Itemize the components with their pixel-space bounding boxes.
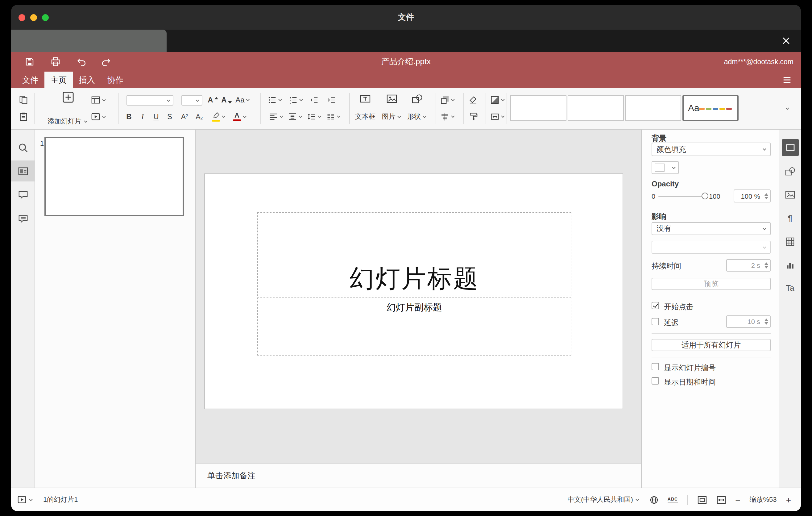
zoom-in-button[interactable]: + — [786, 495, 791, 504]
theme-thumbnail-selected[interactable]: Aa — [683, 95, 738, 121]
spellcheck-icon[interactable]: ABC — [668, 497, 678, 503]
fit-slide-icon[interactable] — [697, 495, 707, 505]
theme-thumbnail[interactable] — [510, 95, 567, 121]
bullets-button[interactable] — [268, 96, 283, 104]
show-date-time-checkbox[interactable] — [651, 377, 659, 384]
arrange-shape-button[interactable] — [440, 96, 455, 104]
decrease-font-size-button[interactable]: A — [221, 96, 231, 104]
fit-width-icon[interactable] — [716, 495, 726, 505]
undo-icon[interactable] — [74, 54, 89, 69]
highlight-color-button[interactable] — [212, 112, 226, 122]
paragraph-settings-icon[interactable]: ¶ — [781, 209, 799, 227]
slide-thumbnail[interactable] — [45, 137, 184, 216]
align-shape-button[interactable] — [440, 112, 455, 121]
mac-minimize-button[interactable] — [30, 14, 37, 21]
textbox-icon[interactable] — [360, 94, 371, 104]
start-on-click-label: 开始点击 — [664, 302, 694, 312]
zoom-out-button[interactable]: − — [735, 495, 740, 504]
horizontal-align-button[interactable] — [269, 112, 284, 121]
apply-to-all-slides-button[interactable]: 适用于所有幻灯片 — [651, 339, 771, 351]
chevron-down-icon — [762, 147, 767, 152]
copy-icon[interactable] — [19, 95, 28, 105]
theme-thumbnail[interactable] — [568, 95, 624, 121]
subscript-button[interactable]: A₂ — [196, 113, 203, 120]
language-button[interactable]: 中文(中华人民共和国) — [567, 495, 640, 504]
zoom-label[interactable]: 缩放%53 — [750, 495, 777, 504]
copy-style-button[interactable] — [469, 112, 477, 121]
editor-canvas[interactable]: 幻灯片标题 幻灯片副标题 单击添加备注 — [196, 130, 641, 488]
redo-icon[interactable] — [97, 54, 114, 69]
theme-thumbnail[interactable] — [625, 95, 681, 121]
close-icon[interactable] — [780, 34, 792, 47]
tab-file[interactable]: 文件 — [16, 71, 45, 88]
spinner-arrows[interactable] — [764, 190, 768, 202]
start-on-click-checkbox[interactable] — [651, 302, 659, 309]
document-language-icon[interactable] — [650, 495, 658, 504]
slide-subtitle-placeholder[interactable]: 幻灯片副标题 — [257, 297, 571, 355]
superscript-button[interactable]: A² — [181, 113, 188, 120]
line-spacing-button[interactable] — [307, 112, 322, 121]
font-size-combobox[interactable] — [181, 95, 202, 106]
tab-insert[interactable]: 插入 — [73, 71, 101, 88]
shape-icon[interactable] — [411, 94, 423, 104]
slide-size-button[interactable] — [491, 112, 505, 121]
feedback-icon[interactable] — [11, 208, 35, 229]
delay-checkbox[interactable] — [651, 318, 659, 325]
tab-home[interactable]: 主页 — [45, 71, 73, 88]
numbering-button[interactable] — [289, 96, 303, 104]
chevron-down-icon — [102, 97, 107, 103]
underline-button[interactable]: U — [153, 113, 158, 120]
change-case-button[interactable]: Aa — [235, 96, 251, 104]
insert-shape-button[interactable]: 形状 — [407, 112, 427, 121]
decrease-indent-button[interactable] — [310, 96, 318, 104]
insert-columns-button[interactable] — [326, 112, 341, 121]
color-scheme-button[interactable] — [491, 96, 505, 104]
insert-image-button[interactable]: 图片 — [382, 112, 402, 121]
start-slideshow-button[interactable] — [91, 112, 107, 121]
background-fill-select[interactable]: 颜色填充 — [651, 143, 771, 156]
chart-settings-icon[interactable] — [781, 256, 799, 274]
mac-zoom-button[interactable] — [42, 14, 49, 21]
print-icon[interactable] — [48, 54, 63, 69]
shape-settings-icon[interactable] — [781, 162, 799, 180]
effect-select[interactable]: 没有 — [651, 222, 771, 235]
bold-button[interactable]: B — [126, 113, 132, 120]
slide-settings-icon[interactable] — [781, 139, 799, 156]
start-slideshow-status-button[interactable] — [17, 495, 33, 504]
clear-style-button[interactable] — [469, 96, 477, 104]
vertical-align-button[interactable] — [288, 112, 303, 121]
opacity-slider[interactable] — [658, 196, 703, 197]
table-settings-icon[interactable] — [781, 233, 799, 250]
search-icon[interactable] — [11, 137, 35, 158]
font-name-combobox[interactable] — [126, 95, 173, 106]
strikeout-button[interactable]: S — [167, 113, 172, 120]
tab-collaboration[interactable]: 协作 — [101, 71, 129, 88]
increase-font-size-button[interactable]: A — [208, 96, 218, 104]
background-color-picker[interactable] — [651, 161, 679, 174]
add-slide-button[interactable]: 添加幻灯片 — [38, 91, 97, 126]
save-icon[interactable] — [22, 54, 38, 69]
image-icon[interactable] — [386, 94, 397, 104]
hamburger-menu-icon[interactable] — [779, 71, 795, 88]
textart-settings-icon[interactable]: Ta — [781, 279, 799, 296]
slides-panel-icon[interactable] — [11, 161, 35, 181]
toolbar-divider — [436, 93, 436, 124]
paste-icon[interactable] — [19, 112, 28, 121]
opacity-slider-knob[interactable] — [701, 193, 708, 199]
image-settings-icon[interactable] — [781, 186, 799, 203]
increase-indent-button[interactable] — [327, 96, 336, 104]
show-slide-number-checkbox[interactable] — [651, 363, 659, 370]
slide-title-placeholder[interactable]: 幻灯片标题 — [257, 212, 571, 296]
theme-gallery-expand-button[interactable] — [785, 106, 790, 111]
insert-textbox-button[interactable]: 文本框 — [355, 112, 375, 121]
comments-icon[interactable] — [11, 184, 35, 205]
opacity-value-input[interactable]: 100 % — [734, 190, 771, 202]
italic-button[interactable]: I — [141, 113, 144, 120]
slide[interactable]: 幻灯片标题 幻灯片副标题 — [204, 173, 623, 409]
mac-close-button[interactable] — [19, 14, 25, 21]
notes-area[interactable]: 单击添加备注 — [196, 463, 641, 488]
spinner-arrows — [764, 316, 768, 327]
change-layout-button[interactable] — [91, 95, 107, 105]
font-color-button[interactable]: A — [233, 112, 247, 121]
status-divider — [687, 495, 688, 505]
